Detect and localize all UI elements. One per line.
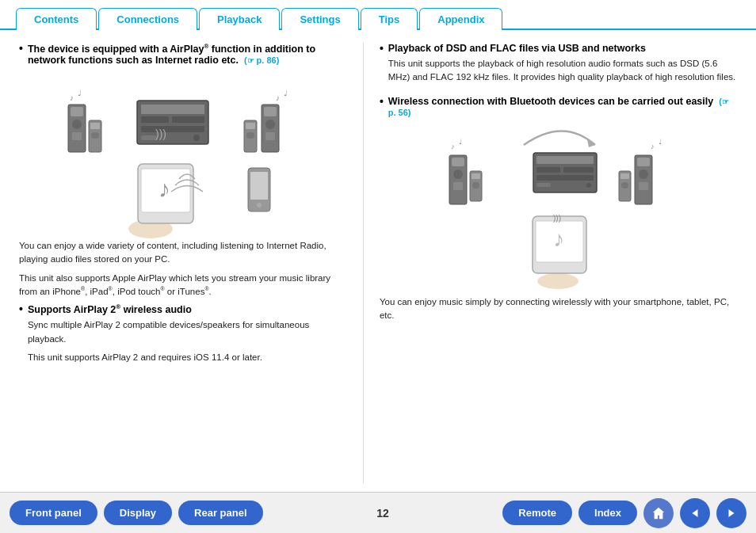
svg-rect-25	[265, 132, 275, 140]
bullet-dot-4: •	[380, 95, 384, 121]
svg-rect-45	[536, 167, 560, 173]
svg-rect-57	[639, 169, 648, 179]
bluetooth-para: You can enjoy music simply by connecting…	[380, 295, 737, 323]
bullet-dot-3: •	[380, 42, 384, 89]
svg-rect-4	[72, 120, 82, 129]
svg-rect-23	[264, 107, 277, 116]
svg-rect-12	[172, 116, 204, 123]
svg-rect-54	[621, 182, 628, 188]
svg-text:♪: ♪	[276, 93, 280, 102]
left-column: • The device is equipped with a AirPlay®…	[19, 43, 364, 483]
display-button[interactable]: Display	[104, 501, 172, 525]
tab-settings[interactable]: Settings	[281, 8, 358, 30]
svg-text:♩: ♩	[78, 89, 82, 97]
svg-rect-48	[536, 183, 551, 187]
tab-connections[interactable]: Connections	[98, 8, 197, 30]
back-button[interactable]	[680, 498, 710, 528]
svg-rect-40	[472, 173, 480, 179]
bottom-nav-left: Front panel Display Rear panel	[10, 501, 263, 525]
svg-rect-14	[141, 135, 157, 140]
bluetooth-ref: (☞ p. 56)	[388, 97, 729, 117]
airplay-para2: This unit also supports Apple AirPlay wh…	[19, 272, 350, 299]
top-nav: Contents Connections Playback Settings T…	[0, 0, 756, 30]
bottom-nav: Front panel Display Rear panel 12 Remote…	[0, 492, 756, 533]
svg-rect-46	[563, 167, 594, 173]
svg-rect-20	[246, 123, 255, 129]
index-button[interactable]: Index	[578, 501, 637, 525]
svg-rect-13	[141, 126, 204, 132]
svg-rect-8	[91, 132, 99, 139]
bluetooth-title: Wireless connection with Bluetooth devic…	[388, 96, 737, 118]
svg-point-49	[586, 183, 591, 188]
tab-appendix[interactable]: Appendix	[419, 8, 502, 30]
bullet-bluetooth: • Wireless connection with Bluetooth dev…	[380, 96, 737, 121]
dsd-title: Playback of DSD and FLAC files via USB a…	[388, 43, 737, 54]
remote-button[interactable]: Remote	[502, 501, 572, 525]
airplay-illustration: ♪ ♩	[19, 77, 350, 231]
airplay-para1: You can enjoy a wide variety of content,…	[19, 239, 350, 267]
svg-point-15	[193, 135, 200, 141]
svg-text:♪: ♪	[553, 227, 564, 251]
svg-text:♪: ♪	[70, 93, 74, 102]
front-panel-button[interactable]: Front panel	[10, 501, 97, 525]
svg-text:♪: ♪	[651, 143, 655, 150]
svg-marker-65	[729, 509, 735, 517]
svg-marker-64	[693, 509, 698, 517]
svg-rect-31	[250, 172, 268, 200]
svg-rect-38	[453, 182, 463, 190]
svg-text:♩: ♩	[459, 138, 462, 146]
bluetooth-illustration: ♪ ♩	[380, 129, 737, 287]
svg-rect-44	[536, 156, 594, 164]
bullet-dsd: • Playback of DSD and FLAC files via USB…	[380, 43, 737, 89]
airplay2-para1: Sync multiple AirPlay 2 compatible devic…	[28, 318, 350, 346]
bullet-dot-2: •	[19, 303, 23, 369]
dsd-para: This unit supports the playback of high …	[388, 57, 737, 85]
tab-contents[interactable]: Contents	[16, 8, 97, 30]
svg-point-32	[257, 203, 262, 207]
svg-rect-37	[453, 169, 463, 179]
main-content: • The device is equipped with a AirPlay®…	[0, 30, 756, 496]
svg-rect-36	[452, 158, 464, 166]
airplay-title: The device is equipped with a AirPlay® f…	[28, 43, 350, 66]
tab-playback[interactable]: Playback	[199, 8, 280, 30]
svg-rect-7	[90, 123, 100, 129]
svg-rect-47	[536, 175, 594, 181]
airplay2-para2: This unit supports AirPlay 2 and require…	[28, 351, 350, 364]
rear-panel-button[interactable]: Rear panel	[178, 501, 262, 525]
tab-tips[interactable]: Tips	[361, 8, 418, 30]
bullet-airplay: • The device is equipped with a AirPlay®…	[19, 43, 350, 69]
svg-rect-41	[472, 182, 479, 188]
svg-rect-53	[620, 173, 629, 179]
bullet-airplay2: • Supports AirPlay 2® wireless audio Syn…	[19, 303, 350, 369]
page-number: 12	[376, 507, 389, 520]
right-column: • Playback of DSD and FLAC files via USB…	[364, 43, 737, 483]
svg-rect-24	[265, 120, 275, 129]
forward-button[interactable]	[716, 498, 746, 528]
svg-text:))): )))	[155, 128, 166, 140]
svg-rect-5	[72, 132, 82, 140]
svg-rect-10	[141, 105, 204, 114]
bottom-nav-right: Remote Index	[502, 498, 746, 528]
svg-text:))): )))	[553, 214, 561, 223]
svg-rect-3	[71, 107, 83, 116]
svg-rect-56	[637, 158, 650, 166]
airplay-ref: (☞ p. 86)	[244, 55, 279, 65]
home-button[interactable]	[643, 498, 674, 528]
svg-text:♪: ♪	[158, 176, 170, 202]
svg-text:♩: ♩	[284, 89, 288, 97]
svg-rect-11	[141, 116, 169, 123]
svg-text:♩: ♩	[659, 138, 662, 146]
svg-rect-21	[246, 132, 254, 139]
svg-point-59	[537, 273, 578, 289]
svg-rect-58	[639, 182, 648, 190]
airplay2-title: Supports AirPlay 2® wireless audio	[28, 303, 350, 315]
bullet-dot-1: •	[19, 42, 23, 69]
svg-text:♪: ♪	[451, 143, 455, 150]
